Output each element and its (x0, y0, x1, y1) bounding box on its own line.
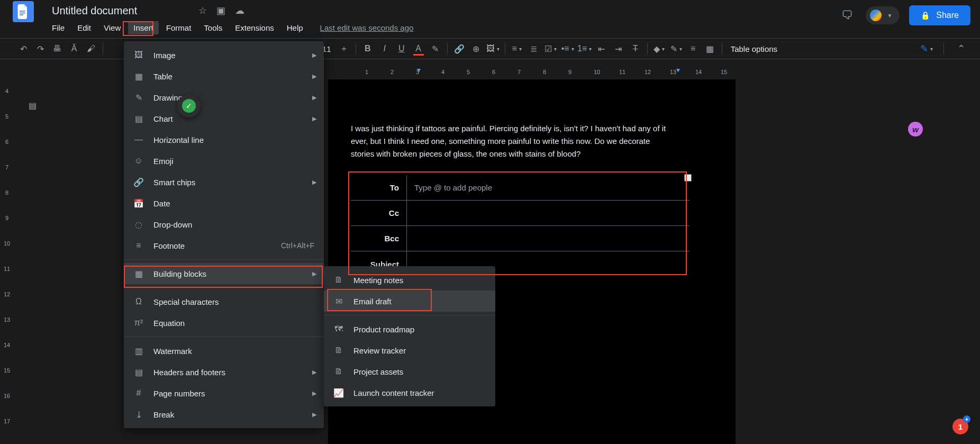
border-width-button[interactable]: ≡ (685, 40, 702, 57)
editing-mode-button[interactable]: ✎▾ (919, 41, 934, 56)
insert-image-button[interactable]: 🖼▾ (485, 40, 502, 57)
page-numbers-icon: # (133, 388, 144, 398)
menu-edit[interactable]: Edit (72, 21, 96, 34)
submenu-item-label: Project assets (353, 367, 403, 376)
fill-color-button[interactable]: ◆▾ (651, 40, 668, 57)
insert-emoji[interactable]: ☺Emoji (124, 150, 324, 171)
numbered-list-button[interactable]: 1≡▾ (576, 40, 593, 57)
notification-badge[interactable]: 1 (952, 419, 968, 434)
insert-drop-down[interactable]: ◌Drop-down (124, 214, 324, 235)
underline-button[interactable]: U (393, 40, 410, 57)
email-cc-input[interactable] (414, 209, 689, 218)
body-paragraph[interactable]: I was just thinking if tattoos are painf… (351, 122, 668, 160)
wordtune-avatar[interactable]: w (908, 122, 923, 137)
ruler-tick: 15 (721, 69, 727, 75)
move-icon[interactable]: ▣ (216, 5, 225, 16)
building-block-launch-content-tracker[interactable]: 📈Launch content tracker (324, 382, 495, 403)
add-comment-button[interactable]: ⊕ (468, 40, 485, 57)
cloud-status-icon[interactable]: ☁ (235, 5, 244, 16)
meet-button[interactable]: ▼ (866, 6, 900, 24)
font-size-increase-button[interactable]: ＋ (335, 40, 352, 57)
paint-format-button[interactable]: 🖌 (83, 40, 99, 57)
footnote-icon: ≡ (133, 241, 144, 250)
vruler-tick: 15 (2, 367, 12, 374)
insert-special-characters[interactable]: ΩSpecial characters (124, 291, 324, 312)
insert-table[interactable]: ▦Table▶ (124, 66, 324, 87)
insert-page-numbers[interactable]: #Page numbers▶ (124, 383, 324, 404)
horizontal-ruler[interactable]: 123456789101112131415 (328, 67, 736, 77)
last-edit-link[interactable]: Last edit was seconds ago (320, 23, 414, 32)
email-cc-label: Cc (351, 209, 406, 218)
insert-image[interactable]: 🖼Image▶ (124, 44, 324, 66)
bulleted-list-button[interactable]: •≡▾ (559, 40, 576, 57)
print-button[interactable]: 🖶 (49, 40, 66, 57)
decrease-indent-button[interactable]: ⇤ (593, 40, 610, 57)
insert-horizontal-line[interactable]: —Horizontal line (124, 129, 324, 150)
insert-building-blocks[interactable]: ▦Building blocks▶ (124, 263, 324, 284)
drawing-icon: ✎ (133, 93, 144, 103)
menu-item-label: Headers and footers (153, 368, 225, 377)
table-handle[interactable] (684, 174, 692, 182)
email-draft-block[interactable]: To Cc Bcc Subject (351, 175, 689, 277)
menu-format[interactable]: Format (161, 21, 197, 34)
insert-break[interactable]: ⤓Break▶ (124, 404, 324, 425)
insert-date[interactable]: 📅Date (124, 193, 324, 214)
ruler-tick: 12 (645, 69, 651, 75)
text-color-button[interactable]: A (410, 40, 427, 57)
spellcheck-button[interactable]: Ă (66, 40, 83, 57)
menu-insert[interactable]: Insert (128, 21, 159, 34)
vruler-tick: 6 (2, 139, 12, 145)
increase-indent-button[interactable]: ⇥ (610, 40, 627, 57)
building-block-product-roadmap[interactable]: 🗺Product roadmap (324, 319, 495, 340)
building-block-meeting-notes[interactable]: 🗎Meeting notes (324, 269, 495, 291)
menu-extensions[interactable]: Extensions (230, 21, 279, 34)
insert-smart-chips[interactable]: 🔗Smart chips▶ (124, 171, 324, 193)
insert-equation[interactable]: π²Equation (124, 312, 324, 333)
clear-formatting-button[interactable]: T (627, 40, 644, 57)
border-color-button[interactable]: ✎▾ (668, 40, 685, 57)
building-block-email-draft[interactable]: ✉Email draft (324, 291, 495, 312)
menu-file[interactable]: File (47, 21, 70, 34)
align-button[interactable]: ≡▾ (509, 40, 525, 57)
image-icon: 🖼 (133, 50, 144, 60)
building-block-review-tracker[interactable]: 🗎Review tracker (324, 340, 495, 361)
border-dash-button[interactable]: ▦ (702, 40, 719, 57)
insert-link-button[interactable]: 🔗 (451, 40, 468, 57)
submenu-arrow-icon: ▶ (312, 411, 316, 418)
document-outline-button[interactable]: ▤ (23, 96, 41, 114)
lock-icon (921, 11, 932, 20)
menu-item-label: Special characters (153, 297, 219, 306)
insert-footnote[interactable]: ≡FootnoteCtrl+Alt+F (124, 235, 324, 256)
highlight-color-button[interactable]: ✎ (427, 40, 444, 57)
building-block-project-assets[interactable]: 🗎Project assets (324, 361, 495, 382)
line-spacing-button[interactable]: ≣ (525, 40, 542, 57)
comment-history-icon[interactable]: 🗨 (838, 6, 856, 24)
submenu-item-label: Meeting notes (353, 276, 403, 285)
table-options-button[interactable]: Table options (731, 44, 777, 53)
redo-button[interactable]: ↷ (32, 40, 49, 57)
docs-logo[interactable] (13, 1, 34, 22)
insert-headers-and-footers[interactable]: ▤Headers and footers▶ (124, 361, 324, 383)
insert-chart[interactable]: ▤Chart▶ (124, 108, 324, 129)
submenu-arrow-icon: ▶ (312, 73, 316, 80)
indent-marker-right[interactable]: ▾ (676, 66, 680, 74)
indent-marker-left[interactable]: ▾ (417, 66, 421, 74)
menu-tools[interactable]: Tools (198, 21, 228, 34)
document-title-input[interactable] (49, 4, 189, 18)
menu-view[interactable]: View (98, 21, 126, 34)
undo-button[interactable]: ↶ (15, 40, 32, 57)
share-button[interactable]: Share (909, 5, 970, 25)
star-icon[interactable]: ☆ (198, 5, 207, 16)
insert-drawing[interactable]: ✎Drawing▶ (124, 87, 324, 108)
svg-rect-0 (20, 11, 25, 12)
hide-menus-button[interactable]: ⌃ (954, 41, 968, 56)
submenu-item-label: Product roadmap (353, 325, 414, 334)
email-to-input[interactable] (414, 183, 689, 192)
ruler-tick: 13 (670, 69, 676, 75)
checklist-button[interactable]: ☑▾ (542, 40, 559, 57)
menu-help[interactable]: Help (282, 21, 308, 34)
email-bcc-input[interactable] (414, 234, 689, 243)
italic-button[interactable]: I (376, 40, 393, 57)
insert-watermark[interactable]: ▥Watermark (124, 340, 324, 361)
bold-button[interactable]: B (359, 40, 376, 57)
